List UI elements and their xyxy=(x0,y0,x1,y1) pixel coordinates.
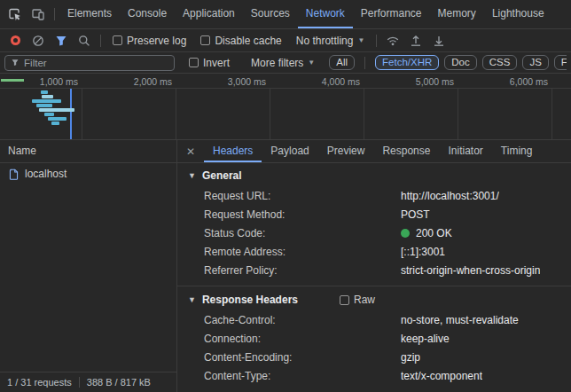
record-icon[interactable] xyxy=(4,29,27,52)
tab-lighthouse[interactable]: Lighthouse xyxy=(484,0,552,28)
chip-css[interactable]: CSS xyxy=(482,55,518,70)
chip-font[interactable]: Font xyxy=(554,55,567,70)
throttling-value: No throttling xyxy=(296,35,354,47)
main-tabbar: Elements Console Application Sources Net… xyxy=(0,0,571,29)
header-value: [::1]:3001 xyxy=(401,246,445,258)
network-conditions-icon[interactable] xyxy=(381,29,404,52)
header-row: Referrer Policy: strict-origin-when-cros… xyxy=(177,261,571,279)
upload-icon[interactable] xyxy=(404,29,427,52)
tab-response[interactable]: Response xyxy=(373,140,439,162)
request-row-localhost[interactable]: localhost xyxy=(0,163,176,184)
header-name: Content-Type: xyxy=(204,370,401,382)
timeline-gridline xyxy=(270,88,270,139)
invert-checkbox[interactable]: Invert xyxy=(189,57,230,69)
waterfall-bar xyxy=(42,95,53,98)
timeline-gridline xyxy=(364,88,364,139)
throttling-dropdown[interactable]: No throttling ▼ xyxy=(296,35,365,47)
disable-cache-checkbox[interactable]: Disable cache xyxy=(200,35,281,47)
search-icon[interactable] xyxy=(73,29,96,52)
chip-doc[interactable]: Doc xyxy=(444,55,476,70)
request-details-panel: ✕ Headers Payload Preview Response Initi… xyxy=(177,140,571,392)
tab-headers[interactable]: Headers xyxy=(204,140,262,162)
network-main-area: Name localhost 1 / 31 requests 388 B / 8… xyxy=(0,140,571,392)
filter-text-field[interactable] xyxy=(24,58,168,68)
header-row: Connection: keep-alive xyxy=(177,329,571,348)
header-value: strict-origin-when-cross-origin xyxy=(401,264,540,277)
tab-timing[interactable]: Timing xyxy=(492,140,542,162)
waterfall-bar xyxy=(48,117,66,121)
tab-preview[interactable]: Preview xyxy=(318,140,374,162)
close-icon[interactable]: ✕ xyxy=(177,140,204,162)
clear-icon[interactable] xyxy=(27,29,50,52)
tab-initiator[interactable]: Initiator xyxy=(439,140,491,162)
timeline-tick: 1,000 ms xyxy=(0,76,78,87)
requests-panel: Name localhost 1 / 31 requests 388 B / 8… xyxy=(0,140,177,392)
header-name: Status Code: xyxy=(204,227,401,239)
preserve-log-label: Preserve log xyxy=(127,35,186,47)
tab-console[interactable]: Console xyxy=(120,0,175,28)
filter-funnel-icon[interactable] xyxy=(50,29,73,52)
raw-label: Raw xyxy=(354,294,375,306)
general-section-header[interactable]: ▼ General xyxy=(177,165,571,186)
filter-funnel-icon xyxy=(11,58,20,67)
header-value: keep-alive xyxy=(401,333,450,345)
response-headers-section-header[interactable]: ▼ Response Headers Raw xyxy=(177,289,571,310)
device-toolbar-icon[interactable] xyxy=(27,3,50,26)
header-row: Status Code: 200 OK xyxy=(177,223,571,242)
general-section: ▼ General Request URL: http://localhost:… xyxy=(177,165,571,279)
timeline-gridline xyxy=(458,88,458,139)
tab-elements[interactable]: Elements xyxy=(59,0,120,28)
chip-divider xyxy=(364,57,365,69)
filter-input[interactable] xyxy=(4,55,175,71)
header-value: text/x-component xyxy=(401,370,482,382)
status-divider xyxy=(79,377,80,388)
tab-performance[interactable]: Performance xyxy=(353,0,430,28)
raw-checkbox[interactable]: Raw xyxy=(340,294,375,306)
chip-all[interactable]: All xyxy=(329,55,355,70)
checkbox-box xyxy=(340,295,349,305)
details-tabbar: ✕ Headers Payload Preview Response Initi… xyxy=(177,140,571,163)
header-row: Request URL: http://localhost:3001/ xyxy=(177,186,571,205)
timeline-tick: 3,000 ms xyxy=(188,76,266,87)
response-headers-section: ▼ Response Headers Raw Cache-Control: no… xyxy=(177,286,571,385)
filter-chips: All Fetch/XHR Doc CSS JS Font Img xyxy=(329,55,567,70)
tab-payload[interactable]: Payload xyxy=(262,140,317,162)
header-row: Content-Encoding: gzip xyxy=(177,348,571,366)
download-icon[interactable] xyxy=(427,29,450,52)
tab-memory[interactable]: Memory xyxy=(430,0,484,28)
filter-row: Invert More filters ▼ All Fetch/XHR Doc … xyxy=(0,52,571,74)
status-bar: 1 / 31 requests 388 B / 817 kB xyxy=(0,372,176,392)
tab-sources[interactable]: Sources xyxy=(243,0,298,28)
header-row: Request Method: POST xyxy=(177,205,571,223)
checkbox-box xyxy=(113,35,122,45)
tab-network[interactable]: Network xyxy=(298,0,353,28)
chip-js[interactable]: JS xyxy=(522,55,548,70)
network-overview-timeline[interactable]: 1,000 ms 2,000 ms 3,000 ms 4,000 ms 5,00… xyxy=(0,74,571,140)
tab-application[interactable]: Application xyxy=(175,0,243,28)
checkbox-box xyxy=(200,35,210,45)
header-value: gzip xyxy=(401,351,420,364)
header-value: 200 OK xyxy=(401,227,452,239)
waterfall-bar xyxy=(39,108,74,112)
header-name: Request URL: xyxy=(204,190,401,202)
header-name: Request Method: xyxy=(204,208,401,221)
inspect-icon[interactable] xyxy=(4,3,27,26)
transferred-size: 388 B / 817 kB xyxy=(87,377,151,388)
preserve-log-checkbox[interactable]: Preserve log xyxy=(113,35,186,47)
checkbox-box xyxy=(189,58,199,67)
waterfall-bar xyxy=(36,104,52,107)
dropdown-caret-icon: ▼ xyxy=(308,59,315,67)
toolbar-divider xyxy=(100,35,101,47)
timeline-gridline xyxy=(176,88,176,139)
more-filters-dropdown[interactable]: More filters ▼ xyxy=(251,57,315,69)
chip-fetch-xhr[interactable]: Fetch/XHR xyxy=(375,55,439,70)
timeline-ruler-line xyxy=(0,88,571,89)
name-column-header[interactable]: Name xyxy=(0,140,176,163)
disclosure-triangle-icon: ▼ xyxy=(188,295,196,304)
header-name: Cache-Control: xyxy=(204,314,401,326)
general-section-title: General xyxy=(202,169,242,182)
invert-label: Invert xyxy=(203,57,230,69)
devtools-window: Elements Console Application Sources Net… xyxy=(0,0,571,392)
header-name: Connection: xyxy=(204,333,401,345)
waterfall-bar xyxy=(44,113,54,116)
